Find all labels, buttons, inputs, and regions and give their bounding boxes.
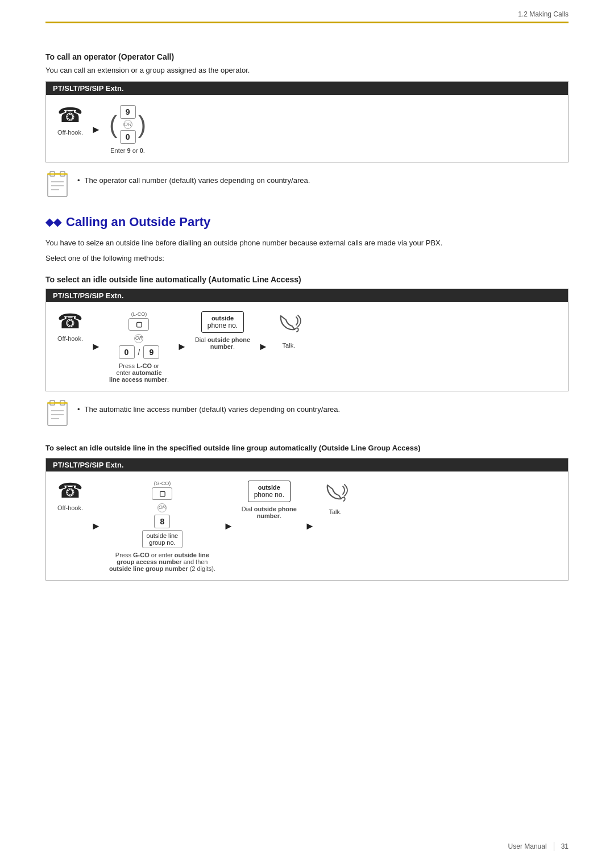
auto-step4-label: Talk.: [283, 342, 296, 349]
group-outside-line1: outside: [254, 484, 284, 491]
auto-line-title: To select an idle outside line automatic…: [45, 275, 569, 284]
group-outside-box: outside phone no.: [248, 481, 291, 502]
group-access-pt-label: PT/SLT/PS/SIP Extn.: [46, 458, 568, 471]
group-step2-label: Press G-CO or enter outside linegroup ac…: [109, 552, 215, 572]
key-9-auto: 9: [143, 345, 159, 359]
svg-rect-6: [47, 173, 68, 175]
auto-step-2: (L-CO) ▢ OR 0 / 9 Pr: [109, 311, 169, 383]
group-step3-label: Dial outside phonenumber.: [242, 506, 297, 519]
operator-pt-box: PT/SLT/PS/SIP Extn. ☎ Off-hook. ► ( 9 OR: [45, 81, 569, 162]
or-label-group: OR: [157, 503, 167, 512]
group-step-1: ☎ Off-hook.: [57, 481, 83, 511]
lco-or-row: OR: [134, 334, 143, 343]
phone-auto-icon: ☎: [57, 311, 83, 332]
auto-line-section: To select an idle outside line automatic…: [45, 275, 569, 430]
lco-key-label: (L-CO): [131, 311, 147, 317]
calling-outside-section: ◆◆ Calling an Outside Party You have to …: [45, 215, 569, 581]
lco-key-top: (L-CO) ▢: [128, 311, 149, 331]
phone-offhook-icon: ☎: [57, 105, 83, 126]
group-access-title: To select an idle outside line in the sp…: [45, 444, 569, 452]
gco-key-top: (G-CO) ▢: [152, 481, 172, 500]
auto-outside-box: outside phone no.: [201, 311, 244, 333]
section-header: 1.2 Making Calls: [518, 10, 569, 18]
operator-section: To call an operator (Operator Call) You …: [45, 52, 569, 201]
auto-note-text: •The automatic line access number (defau…: [77, 402, 340, 414]
group-access-pt-box: PT/SLT/PS/SIP Extn. ☎ Off-hook. ► (G-CO): [45, 458, 569, 581]
auto-arrow-2: ►: [177, 341, 187, 353]
key-0-9-row: 0 / 9: [119, 345, 160, 359]
auto-step3-label: Dial outside phonenumber.: [195, 336, 250, 350]
operator-pt-body: ☎ Off-hook. ► ( 9 OR 0 ) Ente: [46, 95, 568, 162]
outside-line-box: outside line group no.: [142, 530, 183, 548]
group-arrow-1: ►: [91, 520, 101, 532]
talk-icon-group: [323, 481, 348, 505]
operator-note-text: •The operator call number (default) vari…: [77, 173, 310, 185]
lco-keys-group: (L-CO) ▢ OR 0 / 9: [119, 311, 160, 359]
operator-step-1: ☎ Off-hook.: [57, 105, 83, 136]
section-header-text: 1.2 Making Calls: [518, 10, 569, 18]
paren-right: ): [138, 112, 147, 137]
group-key-stack: 8 outside line group no.: [142, 515, 183, 548]
svg-rect-7: [48, 403, 67, 425]
group-arrow-3: ►: [305, 520, 315, 532]
auto-line-pt-box: PT/SLT/PS/SIP Extn. ☎ Off-hook. ► (L-CO): [45, 289, 569, 391]
phone-group-icon: ☎: [57, 481, 83, 501]
group-no-label: group no.: [147, 539, 179, 546]
group-step-4: Talk.: [323, 481, 348, 515]
key-0-auto: 0: [119, 345, 135, 359]
footer-page: 31: [561, 842, 569, 850]
diamond-icon-1: ◆◆: [45, 216, 61, 228]
auto-outside-line1: outside: [208, 315, 238, 322]
operator-note-row: •The operator call number (default) vari…: [45, 173, 569, 201]
or-label-auto: OR: [134, 334, 143, 343]
page: 1.2 Making Calls To call an operator (Op…: [0, 0, 614, 868]
gco-key-box: ▢: [152, 487, 172, 500]
auto-step1-label: Off-hook.: [57, 335, 83, 342]
operator-section-title: To call an operator (Operator Call): [45, 52, 569, 61]
auto-note-row: •The automatic line access number (defau…: [45, 402, 569, 430]
operator-step-2: ( 9 OR 0 ) Enter 9 or 0.: [109, 105, 146, 154]
outside-line-label: outside line: [147, 532, 179, 539]
group-outside-line2: phone no.: [254, 491, 284, 499]
operator-keys-wrap: ( 9 OR 0 ): [109, 105, 146, 144]
group-step1-label: Off-hook.: [57, 504, 83, 511]
svg-rect-13: [47, 402, 68, 404]
slash-auto: /: [138, 348, 140, 357]
paren-left: (: [109, 112, 118, 137]
footer-divider: [554, 842, 554, 851]
key-8-group: 8: [154, 515, 170, 528]
operator-step1-label: Off-hook.: [57, 129, 83, 136]
page-footer: User Manual 31: [508, 842, 569, 851]
calling-outside-body2: Select one of the following methods:: [45, 253, 569, 265]
operator-pt-label: PT/SLT/PS/SIP Extn.: [46, 82, 568, 95]
auto-step-4: Talk.: [276, 311, 301, 349]
talk-icon-auto: [276, 311, 301, 339]
or-label-op: OR: [123, 120, 132, 129]
notepad-icon-auto: [45, 399, 69, 430]
key-0: 0: [120, 130, 136, 144]
operator-section-desc: You can call an extension or a group ass…: [45, 66, 569, 74]
group-access-steps: ☎ Off-hook. ► (G-CO) ▢ OR: [46, 471, 568, 580]
group-step4-label: Talk.: [329, 508, 342, 515]
calling-outside-body1: You have to seize an outside line before…: [45, 237, 569, 249]
auto-outside-line2: phone no.: [208, 322, 238, 329]
gco-keys-group: (G-CO) ▢ OR 8 outside line group no.: [142, 481, 183, 548]
group-arrow-2: ►: [223, 520, 234, 532]
auto-arrow-3: ►: [258, 341, 268, 353]
key-9: 9: [120, 105, 136, 119]
auto-arrow-1: ►: [91, 341, 101, 353]
auto-step-1: ☎ Off-hook.: [57, 311, 83, 342]
auto-step2-label: Press L-CO orenter automaticline access …: [109, 362, 169, 383]
auto-line-steps: ☎ Off-hook. ► (L-CO) ▢ OR: [46, 302, 568, 391]
group-step-2: (G-CO) ▢ OR 8 outside line group no.: [109, 481, 215, 572]
gco-or-row: OR: [157, 503, 167, 512]
auto-line-pt-label: PT/SLT/PS/SIP Extn.: [46, 289, 568, 302]
operator-step2-label: Enter 9 or 0.: [110, 147, 145, 154]
paren-inner: 9 OR 0: [118, 105, 138, 144]
auto-step-3: outside phone no. Dial outside phonenumb…: [195, 311, 250, 350]
footer-label: User Manual: [508, 842, 547, 850]
group-step-3: outside phone no. Dial outside phonenumb…: [242, 481, 297, 519]
calling-outside-title: ◆◆ Calling an Outside Party: [45, 215, 569, 229]
gco-key-label: (G-CO): [154, 481, 171, 486]
lco-key-box: ▢: [128, 318, 149, 331]
